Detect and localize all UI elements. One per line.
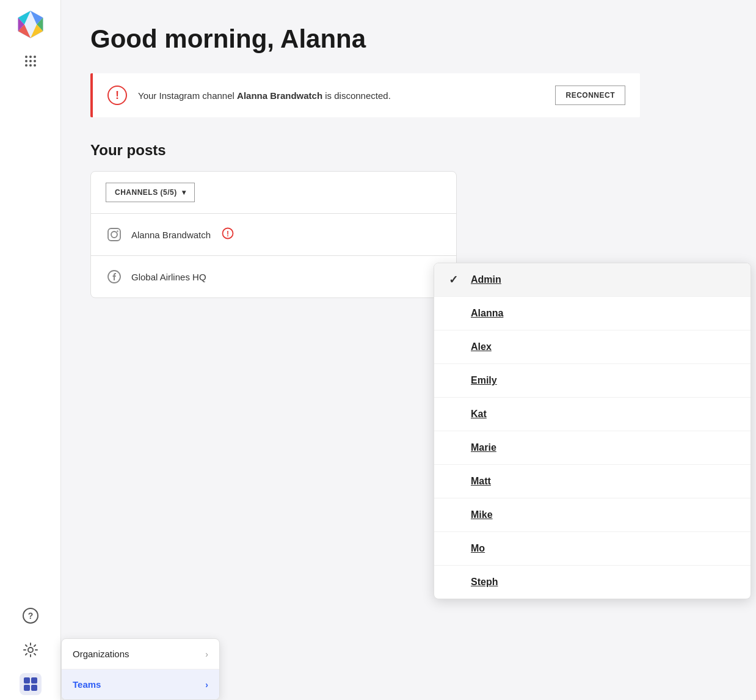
svg-point-7 xyxy=(25,64,27,67)
svg-point-1 xyxy=(25,56,27,58)
channel-name-alanna: Alanna Brandwatch xyxy=(131,230,211,240)
reconnect-button[interactable]: RECONNECT xyxy=(555,86,625,105)
svg-rect-14 xyxy=(31,677,37,684)
dropdown-item-mo[interactable]: ✓ Mo xyxy=(434,532,751,566)
svg-rect-15 xyxy=(24,685,30,691)
svg-point-12 xyxy=(28,647,33,652)
dropdown-label-steph: Steph xyxy=(471,577,498,588)
dropdown-item-steph[interactable]: ✓ Steph xyxy=(434,566,751,599)
svg-point-6 xyxy=(34,60,36,62)
svg-point-3 xyxy=(34,56,36,58)
svg-point-4 xyxy=(25,60,27,62)
page-title: Good morning, Alanna xyxy=(90,24,727,54)
dropdown-item-emily[interactable]: ✓ Emily xyxy=(434,364,751,398)
alert-text: Your Instagram channel Alanna Brandwatch… xyxy=(138,90,544,101)
svg-text:?: ? xyxy=(27,611,33,621)
dropdown-item-marie[interactable]: ✓ Marie xyxy=(434,431,751,465)
sidebar-context-menu: Organizations › Teams › xyxy=(61,638,220,700)
svg-point-9 xyxy=(34,64,36,67)
svg-point-19 xyxy=(117,230,118,232)
chevron-right-icon-active: › xyxy=(205,680,208,690)
grid-icon[interactable] xyxy=(23,54,38,72)
svg-point-8 xyxy=(29,64,32,67)
dropdown-item-alex[interactable]: ✓ Alex xyxy=(434,330,751,364)
alert-channel-name: Alanna Brandwatch xyxy=(237,90,322,101)
dropdown-item-alanna[interactable]: ✓ Alanna xyxy=(434,297,751,330)
dropdown-label-emily: Emily xyxy=(471,375,497,386)
chevron-down-icon: ▾ xyxy=(182,188,186,197)
facebook-icon xyxy=(106,268,123,285)
svg-point-5 xyxy=(29,60,32,62)
dropdown-item-matt[interactable]: ✓ Matt xyxy=(434,465,751,498)
instagram-icon xyxy=(106,226,123,243)
check-icon: ✓ xyxy=(449,273,461,286)
channel-row-instagram: Alanna Brandwatch ! xyxy=(91,214,456,256)
sidebar: ? Organizations › Teams › xyxy=(0,0,61,700)
channel-row-facebook: Global Airlines HQ xyxy=(91,256,456,297)
alert-icon: ! xyxy=(107,86,127,105)
svg-point-18 xyxy=(111,232,117,238)
svg-text:!: ! xyxy=(227,230,229,238)
dropdown-label-mo: Mo xyxy=(471,543,485,554)
alert-banner: ! Your Instagram channel Alanna Brandwat… xyxy=(90,73,640,117)
channels-header: CHANNELS (5/5) ▾ xyxy=(91,172,456,214)
svg-rect-13 xyxy=(24,677,30,684)
dropdown-label-mike: Mike xyxy=(471,509,493,520)
svg-point-2 xyxy=(29,56,32,58)
chevron-right-icon: › xyxy=(205,649,208,659)
dropdown-item-admin[interactable]: ✓ Admin xyxy=(434,263,751,297)
svg-rect-17 xyxy=(108,228,120,241)
settings-icon[interactable] xyxy=(20,639,42,661)
main-content: Good morning, Alanna ! Your Instagram ch… xyxy=(61,0,756,700)
dropdown-label-marie: Marie xyxy=(471,442,496,453)
dropdown-item-mike[interactable]: ✓ Mike xyxy=(434,498,751,532)
dropdown-item-kat[interactable]: ✓ Kat xyxy=(434,398,751,431)
dropdown-label-admin: Admin xyxy=(471,274,501,285)
svg-rect-16 xyxy=(31,685,37,691)
dropdown-label-alex: Alex xyxy=(471,341,492,352)
channel-error-icon: ! xyxy=(222,227,234,242)
context-menu-organizations[interactable]: Organizations › xyxy=(62,639,219,669)
dropdown-label-kat: Kat xyxy=(471,409,487,420)
help-icon[interactable]: ? xyxy=(20,605,42,627)
channel-name-global: Global Airlines HQ xyxy=(131,272,206,282)
dropdown-label-alanna: Alanna xyxy=(471,308,503,319)
context-menu-teams[interactable]: Teams › xyxy=(62,669,219,699)
team-dropdown: ✓ Admin ✓ Alanna ✓ Alex ✓ Emily ✓ Kat ✓ … xyxy=(434,263,751,599)
channels-button[interactable]: CHANNELS (5/5) ▾ xyxy=(106,183,195,202)
app-logo[interactable] xyxy=(16,10,45,39)
posts-card: CHANNELS (5/5) ▾ Alanna Brandwatch ! xyxy=(90,171,457,298)
sidebar-bottom-icons: ? xyxy=(20,605,42,700)
posts-section-title: Your posts xyxy=(90,142,727,159)
dropdown-label-matt: Matt xyxy=(471,476,491,487)
teams-icon[interactable] xyxy=(20,673,42,695)
